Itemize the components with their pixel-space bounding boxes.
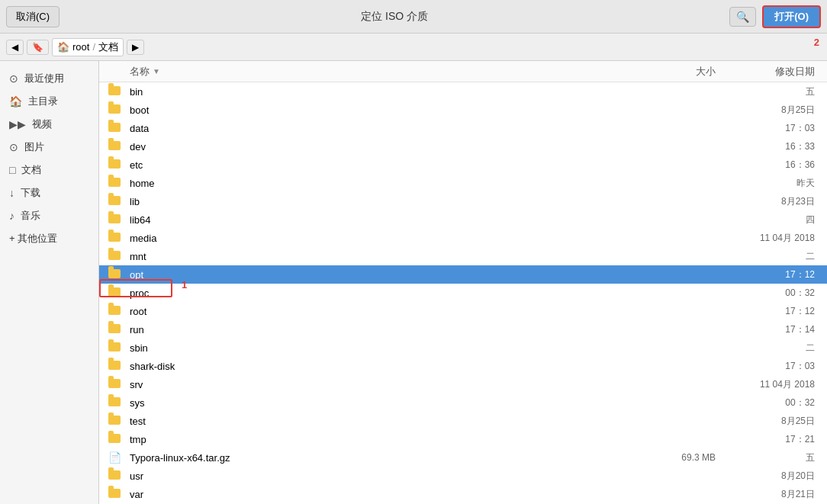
folder-icon	[108, 434, 121, 443]
file-name-cell: sys	[130, 397, 659, 409]
file-icon-cell	[99, 250, 130, 262]
nav-root-label[interactable]: root	[72, 41, 89, 53]
file-row[interactable]: usr8月20日	[99, 467, 827, 485]
sidebar-video-label: 视频	[32, 117, 52, 131]
folder-icon	[108, 342, 121, 352]
nav-separator-1: /	[92, 41, 95, 53]
nav-back-button[interactable]: ◀	[6, 40, 24, 55]
pictures-icon: ⊙	[9, 141, 18, 153]
cancel-button[interactable]: 取消(C)	[6, 6, 60, 27]
folder-icon	[108, 196, 121, 205]
file-row[interactable]: media11 04月 2018	[99, 229, 827, 247]
nav-documents-label[interactable]: 文档	[98, 40, 118, 54]
col-name-label: 名称	[130, 65, 150, 79]
file-row[interactable]: var8月21日	[99, 485, 827, 503]
documents-icon: □	[9, 164, 15, 176]
file-name-cell: opt	[130, 269, 659, 281]
file-row[interactable]: 📄Typora-linux-x64.tar.gz69.3 MB五	[99, 448, 827, 467]
file-row[interactable]: bin五	[99, 82, 827, 101]
file-icon-cell	[99, 140, 130, 152]
file-icon-cell	[99, 195, 130, 207]
file-row[interactable]: shark-disk17：03	[99, 357, 827, 375]
music-icon: ♪	[9, 210, 14, 222]
folder-icon	[108, 287, 121, 297]
file-icon-cell	[99, 470, 130, 482]
file-row[interactable]: dev16：33	[99, 137, 827, 156]
file-row[interactable]: sys00：32	[99, 393, 827, 412]
file-date-cell: 二	[728, 342, 827, 355]
file-name-cell: shark-disk	[130, 361, 659, 372]
file-row[interactable]: opt17：12	[99, 265, 827, 284]
folder-icon	[108, 251, 121, 260]
nav-bookmark-button[interactable]: 🔖	[27, 40, 49, 55]
recent-icon: ⊙	[9, 72, 18, 85]
col-size-header[interactable]: 大小	[659, 65, 728, 79]
file-name-cell: proc	[130, 287, 659, 299]
sidebar-item-video[interactable]: ▶▶ 视频	[0, 113, 98, 136]
nav-bar: ◀ 🔖 🏠 root / 文档 ▶	[0, 34, 827, 61]
sidebar-item-documents[interactable]: □ 文档	[0, 159, 98, 181]
file-row[interactable]: home昨天	[99, 174, 827, 192]
file-name-cell: etc	[130, 159, 659, 171]
sidebar-item-music[interactable]: ♪ 音乐	[0, 204, 98, 227]
annotation-2-label: 2	[814, 37, 819, 48]
file-row[interactable]: proc00：32	[99, 284, 827, 302]
file-icon-cell	[99, 177, 130, 189]
file-row[interactable]: data17：03	[99, 119, 827, 137]
file-name-cell: dev	[130, 141, 659, 152]
sidebar-item-home[interactable]: 🏠 主目录	[0, 90, 98, 113]
col-date-header[interactable]: 修改日期	[728, 65, 827, 79]
file-name-cell: root	[130, 306, 659, 317]
folder-icon	[108, 159, 121, 169]
file-name-cell: mnt	[130, 251, 659, 262]
column-headers: 名称 ▼ 大小 修改日期	[99, 61, 827, 82]
folder-icon	[108, 86, 121, 95]
col-name-header[interactable]: 名称 ▼	[99, 65, 659, 79]
file-icon-cell	[99, 360, 130, 372]
sidebar-item-pictures[interactable]: ⊙ 图片	[0, 136, 98, 159]
file-row[interactable]: sbin二	[99, 339, 827, 357]
file-date-cell: 00：32	[728, 287, 827, 300]
sidebar-item-recent[interactable]: ⊙ 最近使用	[0, 67, 98, 90]
file-icon-cell	[99, 488, 130, 500]
file-icon-cell	[99, 287, 130, 299]
file-row[interactable]: mnt二	[99, 247, 827, 265]
open-button[interactable]: 打开(O)	[762, 5, 821, 28]
file-icon-cell	[99, 159, 130, 171]
file-icon-cell	[99, 122, 130, 134]
downloads-icon: ↓	[9, 187, 14, 199]
file-icon-cell	[99, 268, 130, 281]
file-row[interactable]: etc16：36	[99, 156, 827, 174]
folder-icon	[108, 470, 121, 480]
file-row[interactable]: srv11 04月 2018	[99, 375, 827, 393]
sidebar-item-other[interactable]: + 其他位置	[0, 227, 98, 250]
file-date-cell: 8月21日	[728, 488, 827, 501]
file-date-cell: 17：14	[728, 323, 827, 336]
sidebar-music-label: 音乐	[21, 209, 40, 223]
file-icon-cell	[99, 232, 130, 244]
folder-icon	[108, 324, 121, 333]
file-date-cell: 五	[728, 85, 827, 98]
home-icon: 🏠	[9, 95, 22, 108]
sidebar-item-downloads[interactable]: ↓ 下载	[0, 181, 98, 204]
file-date-cell: 16：33	[728, 140, 827, 153]
file-icon-cell	[99, 305, 130, 317]
file-row[interactable]: test8月25日	[99, 412, 827, 430]
file-name-cell: sbin	[130, 342, 659, 354]
file-row[interactable]: lib64四	[99, 210, 827, 229]
dialog-title: 定位 ISO 介质	[66, 10, 723, 24]
file-row[interactable]: lib8月23日	[99, 192, 827, 210]
file-date-cell: 五	[728, 451, 827, 464]
file-row[interactable]: run17：14	[99, 320, 827, 339]
nav-forward-button[interactable]: ▶	[127, 40, 144, 55]
file-size-cell: 69.3 MB	[659, 452, 728, 463]
file-row[interactable]: boot8月25日	[99, 101, 827, 119]
file-row[interactable]: root17：12	[99, 302, 827, 320]
file-row[interactable]: tmp17：21	[99, 430, 827, 448]
file-date-cell: 二	[728, 250, 827, 263]
file-date-cell: 8月25日	[728, 415, 827, 428]
sidebar-other-label: + 其他位置	[9, 232, 57, 246]
nav-location: 🏠 root / 文档	[52, 38, 124, 56]
file-date-cell: 昨天	[728, 177, 827, 190]
search-button[interactable]: 🔍	[729, 7, 756, 27]
